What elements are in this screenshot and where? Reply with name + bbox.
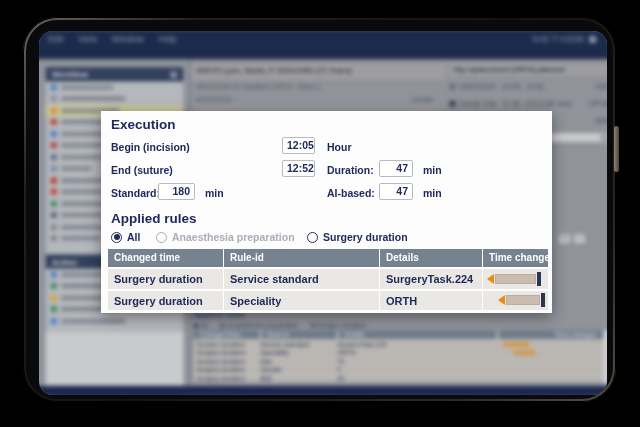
table-row[interactable]: Surgery duration Service standard Surger… <box>108 267 548 289</box>
menu-item[interactable]: Help <box>158 34 177 44</box>
sidebar-item-icon <box>51 142 57 148</box>
standard-label: Standard: <box>111 187 160 199</box>
schedule-tag: GEN <box>595 117 607 124</box>
info-icon <box>170 71 177 78</box>
bg-radio-option[interactable]: All <box>193 322 207 329</box>
table-row[interactable]: Surgery durationGenderF <box>193 365 607 373</box>
sidebar-item-icon <box>51 318 57 324</box>
end-suture-label: End (suture) <box>111 164 173 176</box>
sidebar-item-label-blur <box>61 167 91 171</box>
close-icon[interactable]: ✕ <box>559 234 570 243</box>
menu-item[interactable]: Edit <box>48 34 64 44</box>
time-changed-bar <box>503 343 529 347</box>
time-changed-bar <box>506 295 540 305</box>
sidebar-item[interactable] <box>46 81 184 93</box>
sidebar-item-label-blur <box>61 319 126 323</box>
sidebar-item-icon <box>51 107 57 113</box>
sidebar-item-icon <box>51 177 57 183</box>
radio-unselected-icon <box>307 232 318 243</box>
radio-all-label: All <box>127 231 140 243</box>
sidebar-item-icon <box>51 154 57 160</box>
sidebar-item-icon <box>51 96 57 102</box>
app-titlebar: EditViewWindowHelp SAE T-V1026 <box>39 31 607 59</box>
applied-rules-title: Applied rules <box>111 211 197 226</box>
sidebar-item[interactable] <box>46 93 184 105</box>
time-changed-bar <box>495 274 536 284</box>
cell-changed-time: Surgery duration <box>108 269 223 289</box>
cell-changed-time: Surgery duration <box>193 341 260 348</box>
cell-time-changed <box>497 374 607 381</box>
cell-changed-time: Surgery duration <box>108 291 223 311</box>
schedule-time: 12:05 - 12:52 <box>502 82 592 89</box>
bg-col-header: Details <box>337 330 497 339</box>
schedule-name: Kumar, Dan <box>460 100 498 107</box>
tablet-side-button <box>614 126 619 172</box>
ai-based-input[interactable]: 47 <box>379 183 413 200</box>
bg-rules-rows: Surgery durationService standardSurgeryT… <box>193 340 607 382</box>
bg-col-header: Time changed <box>497 330 607 339</box>
duration-label: Duration: <box>327 164 374 176</box>
cell-details: ORTH <box>337 349 497 356</box>
sidebar-item-icon <box>51 283 57 289</box>
cell-time-changed <box>482 291 548 311</box>
patient-date: 02/22/2023 - <box>195 96 235 103</box>
cell-rule-id: Age <box>260 357 337 364</box>
bg-radio-option[interactable]: Anaesthesia preparation <box>220 322 298 329</box>
sidebar-footer <box>46 332 184 385</box>
radio-icon <box>311 323 316 328</box>
table-row[interactable]: Surgery durationSpecialityORTH <box>193 348 607 356</box>
bg-col-header: Rule-id <box>260 330 337 339</box>
sidebar-item-icon <box>51 236 57 242</box>
time-changed-bar <box>513 351 535 355</box>
cell-changed-time: Surgery duration <box>193 357 260 364</box>
menu-item[interactable]: View <box>78 34 98 44</box>
menu-item[interactable]: Window <box>111 34 143 44</box>
table-row[interactable]: Surgery durationAge70 <box>193 356 607 364</box>
sidebar-item-icon <box>51 212 57 218</box>
table-row[interactable]: Surgery duration Speciality ORTH <box>108 289 548 311</box>
radio-surgery-duration[interactable]: Surgery duration <box>307 231 408 243</box>
app-bottom-bar <box>39 386 607 395</box>
radio-all[interactable]: All <box>111 231 140 243</box>
cell-time-changed <box>497 341 607 348</box>
cell-changed-time: Surgery duration <box>193 366 260 373</box>
sidebar-item[interactable] <box>46 315 184 327</box>
end-suture-input[interactable]: 12:52 <box>282 160 315 177</box>
clock-icon <box>450 83 456 89</box>
sidebar-item-icon <box>51 166 57 172</box>
block-icon <box>450 100 456 106</box>
cell-changed-time: Surgery duration <box>193 349 260 356</box>
schedule-row[interactable]: Kumar, Dan 11:45 - 13:12 (87 min) OP lef… <box>450 95 608 112</box>
schedule-row[interactable]: 03/01/2023 12:05 - 12:52 OR1 <box>450 77 608 94</box>
screenshot-stage: EditViewWindowHelp SAE T-V1026 Workflow <box>0 0 640 427</box>
minimize-icon[interactable]: — <box>574 234 585 243</box>
col-rule-id: Rule-id <box>223 249 379 267</box>
duration-input[interactable]: 47 <box>379 160 413 177</box>
cell-time-changed <box>497 357 607 364</box>
radio-anaesthesia-preparation[interactable]: Anaesthesia preparation <box>156 231 295 243</box>
bg-table-scrollbar[interactable] <box>603 330 607 383</box>
bg-radio-label: Anaesthesia preparation <box>227 322 298 329</box>
radio-anaesthesia-label: Anaesthesia preparation <box>172 231 295 243</box>
sidebar-item-icon <box>51 119 57 125</box>
begin-incision-input[interactable]: 12:05 <box>282 137 315 154</box>
bg-rules-table: Changed time Rule-id Details Time change… <box>193 330 607 382</box>
table-row[interactable]: Surgery durationBMI40 <box>193 373 607 381</box>
radio-icon <box>220 323 225 328</box>
cell-rule-id: Speciality <box>260 349 337 356</box>
time-marker <box>537 272 541 286</box>
titlebar-user-label: SAE T-V1026 <box>532 34 584 44</box>
standard-input[interactable]: 180 <box>158 183 195 200</box>
search-icon <box>600 134 607 141</box>
orange-arrow-icon <box>487 274 494 284</box>
sidebar-group2-title: Action <box>52 257 77 266</box>
duration-unit-label: min <box>423 164 442 176</box>
sidebar-item-icon <box>51 131 57 137</box>
cell-details: 70 <box>337 357 497 364</box>
bg-radio-option[interactable]: Surgery duration <box>311 322 367 329</box>
sidebar-group1-title: Workflow <box>52 70 88 79</box>
cell-details: ORTH <box>379 291 482 311</box>
cell-time-changed <box>497 349 607 356</box>
execution-dialog: Execution Begin (incision) 12:05 Hour En… <box>101 111 552 313</box>
table-row[interactable]: Surgery durationService standardSurgeryT… <box>193 340 607 348</box>
